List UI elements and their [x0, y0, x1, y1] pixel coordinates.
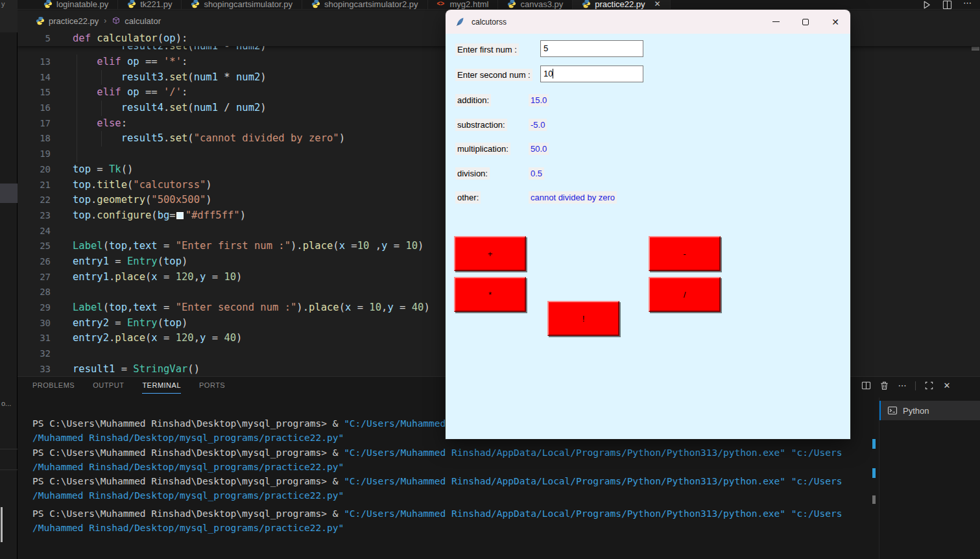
- line-number: 32: [18, 346, 51, 362]
- breadcrumb-symbol[interactable]: calculator: [125, 16, 161, 26]
- line-number: 19: [18, 147, 51, 162]
- first-num-label: Enter first num :: [455, 43, 519, 56]
- split-editor-icon[interactable]: [942, 0, 953, 9]
- close-button[interactable]: ✕: [820, 10, 850, 34]
- editor-actions: ⋯: [922, 0, 974, 9]
- indent-guide: [101, 131, 102, 147]
- text-cursor: [553, 69, 553, 78]
- indent-guide: [77, 54, 77, 70]
- terminal-more-icon[interactable]: ⋯: [897, 381, 907, 391]
- factorial-button[interactable]: !: [547, 301, 619, 336]
- tab-practice22-py[interactable]: practice22.py✕: [573, 0, 670, 10]
- tab-spacer: [18, 0, 34, 9]
- line-number: 17: [18, 116, 51, 132]
- python-file-icon: [36, 16, 45, 25]
- multiplication-value: 50.0: [529, 143, 549, 155]
- line-number: 28: [18, 285, 51, 300]
- maximize-panel-icon[interactable]: [924, 381, 934, 391]
- run-python-button[interactable]: [922, 0, 932, 9]
- line-number: 25: [18, 239, 51, 254]
- line-number: 26: [18, 254, 51, 270]
- indent-guide: [77, 131, 77, 147]
- terminal-list-item-python[interactable]: Python: [879, 401, 980, 420]
- tkinter-window: calcutorss ✕ Enter first num : 5 Enter s…: [446, 10, 850, 439]
- python-file-icon: [507, 0, 516, 8]
- command-marker: [872, 495, 876, 504]
- multiply-button[interactable]: *: [454, 277, 526, 312]
- maximize-button[interactable]: [791, 10, 820, 34]
- command-marker: [872, 439, 876, 449]
- divider: [915, 381, 916, 390]
- first-num-input[interactable]: 5: [540, 40, 643, 57]
- close-tab-icon[interactable]: ✕: [654, 0, 661, 8]
- strip-selected-block: [0, 184, 18, 203]
- screen: y o... loginatable.pytk221.pyshopingcart…: [0, 0, 980, 559]
- line-number: 13: [18, 54, 51, 70]
- second-num-input[interactable]: 10: [540, 65, 643, 82]
- symbol-method-icon: [112, 16, 121, 25]
- tab-problems[interactable]: PROBLEMS: [32, 381, 75, 394]
- line-number: 14: [18, 70, 51, 86]
- indent-guide: [77, 147, 77, 162]
- multiplication-label: multiplication:: [455, 143, 510, 155]
- other-value: cannot divided by zero: [529, 191, 617, 204]
- kill-terminal-icon[interactable]: [879, 381, 889, 391]
- python-file-icon: [191, 0, 200, 8]
- terminal-icon: [887, 405, 898, 416]
- plus-button[interactable]: +: [454, 236, 526, 271]
- split-terminal-icon[interactable]: [861, 381, 871, 391]
- terminal-line[interactable]: /Muhammed Rinshad/Desktop/mysql_programs…: [32, 521, 889, 535]
- tk-window-title: calcutorss: [472, 18, 507, 27]
- line-number: 22: [18, 193, 51, 208]
- indent-guide: [77, 70, 77, 86]
- line-number: 20: [18, 162, 51, 178]
- terminal-line[interactable]: PS C:\Users\Muhammed Rinshad\Desktop\mys…: [32, 474, 889, 488]
- minimize-button[interactable]: [761, 10, 791, 34]
- line-number: 15: [18, 85, 51, 101]
- editor-tab-bar: loginatable.pytk221.pyshopingcartsimulat…: [18, 0, 980, 10]
- line-number: 24: [18, 224, 51, 239]
- tab-tk221-py[interactable]: tk221.py: [118, 0, 182, 10]
- tab-loginatable-py[interactable]: loginatable.py: [34, 0, 118, 10]
- python-file-icon: [311, 0, 320, 8]
- terminal-line[interactable]: /Muhammed Rinshad/Desktop/mysql_programs…: [32, 488, 889, 503]
- line-number: 31: [18, 331, 51, 346]
- python-file-icon: [43, 0, 53, 8]
- breadcrumb-chevron-icon: ›: [104, 16, 106, 25]
- code-line-5[interactable]: 5def calculator(op):: [18, 31, 187, 47]
- breadcrumb-file[interactable]: practice22.py: [49, 16, 99, 26]
- background-window-strip: y o...: [0, 0, 18, 559]
- strip-scrollbar[interactable]: [1, 507, 3, 542]
- tab-ports[interactable]: PORTS: [199, 381, 225, 394]
- line-number: 27: [18, 270, 51, 285]
- tk-titlebar[interactable]: calcutorss ✕: [446, 10, 850, 34]
- terminal-line[interactable]: PS C:\Users\Muhammed Rinshad\Desktop\mys…: [32, 506, 889, 521]
- python-file-icon: [582, 0, 591, 8]
- python-file-icon: [127, 0, 136, 8]
- close-panel-icon[interactable]: ✕: [942, 381, 952, 391]
- divide-button[interactable]: /: [649, 277, 721, 312]
- indent-guide: [77, 101, 77, 116]
- tab-shopingcartsimulator-py[interactable]: shopingcartsimulator.py: [182, 0, 302, 10]
- terminal-line[interactable]: /Muhammed Rinshad/Desktop/mysql_programs…: [32, 460, 889, 474]
- addition-value: 15.0: [529, 94, 549, 106]
- indent-guide: [77, 85, 77, 101]
- tab-output[interactable]: OUTPUT: [93, 381, 124, 394]
- editor-scrollbar[interactable]: [971, 46, 980, 111]
- minus-button[interactable]: -: [649, 236, 721, 271]
- other-label: other:: [455, 191, 481, 204]
- tab-terminal[interactable]: TERMINAL: [142, 381, 181, 394]
- strip-divider: [0, 470, 18, 470]
- line-number: 29: [18, 300, 51, 316]
- tk-window-body: Enter first num : 5 Enter second num : 1…: [446, 34, 850, 439]
- more-actions-icon[interactable]: ⋯: [963, 0, 974, 9]
- terminal-line[interactable]: PS C:\Users\Muhammed Rinshad\Desktop\mys…: [32, 446, 889, 460]
- panel-tab-bar: PROBLEMS OUTPUT TERMINAL PORTS: [32, 381, 225, 394]
- html-file-icon: <>: [437, 0, 446, 8]
- tab-canvas3-py[interactable]: canvas3.py: [498, 0, 573, 10]
- indent-guide: [101, 70, 102, 86]
- tab-shopingcartsimulator2-py[interactable]: shopingcartsimulator2.py: [302, 0, 428, 10]
- command-marker: [872, 468, 876, 478]
- substraction-value: -5.0: [529, 119, 547, 131]
- tab-myg2-html[interactable]: <>myg2.html: [428, 0, 499, 10]
